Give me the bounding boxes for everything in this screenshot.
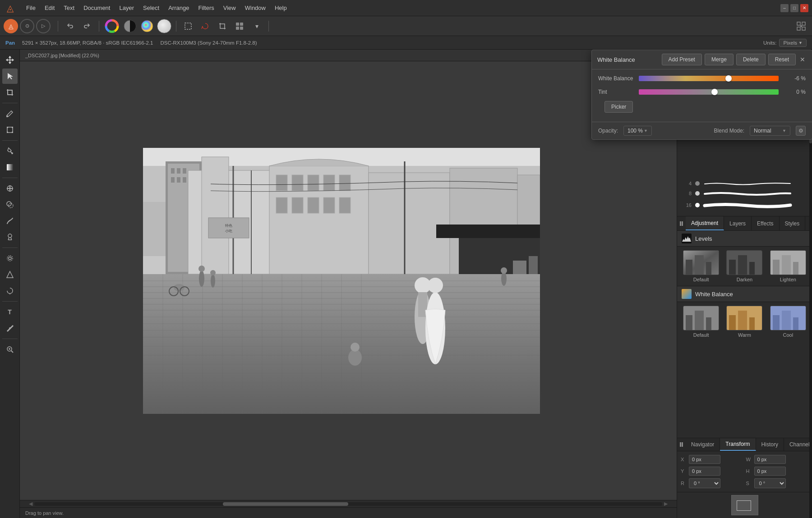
crop-button[interactable] xyxy=(215,19,230,33)
tab-transform[interactable]: Transform xyxy=(720,438,756,451)
transform-h-input[interactable] xyxy=(754,467,786,476)
wb-preset-default[interactable]: Default xyxy=(681,306,721,338)
menu-edit[interactable]: Edit xyxy=(40,3,59,13)
transform-x-field: X xyxy=(681,455,743,464)
wb-picker-button[interactable]: Picker xyxy=(604,101,633,113)
svg-rect-63 xyxy=(208,218,249,238)
select-tool[interactable] xyxy=(2,69,18,84)
svg-rect-40 xyxy=(183,168,186,174)
wb-add-preset-button[interactable]: Add Preset xyxy=(662,54,702,65)
app-mode-icon[interactable]: ◬ xyxy=(4,19,18,33)
wb-popup-title: White Balance xyxy=(597,56,635,63)
wb-tint-thumb[interactable] xyxy=(711,89,718,95)
sphere-button[interactable] xyxy=(157,19,171,33)
snapping-button[interactable] xyxy=(794,19,808,33)
wb-popup-header: White Balance Add Preset Merge Delete Re… xyxy=(592,50,812,69)
clone-tool[interactable] xyxy=(2,197,18,212)
wb-reset-button[interactable]: Reset xyxy=(768,54,796,65)
svg-point-106 xyxy=(211,274,215,288)
menu-text[interactable]: Text xyxy=(59,3,79,13)
transform-w-input[interactable] xyxy=(754,455,786,464)
wb-blend-mode-select[interactable]: Normal ▼ xyxy=(750,126,790,136)
tab-effects[interactable]: Effects xyxy=(752,216,779,230)
menu-filters[interactable]: Filters xyxy=(194,3,218,13)
menu-file[interactable]: File xyxy=(22,3,40,13)
text-tool[interactable]: T xyxy=(2,304,18,320)
view-options-button[interactable]: ▾ xyxy=(249,19,264,33)
wb-gear-button[interactable]: ⚙ xyxy=(796,126,806,136)
preset-item-default[interactable]: Default xyxy=(681,250,721,282)
transform-y-input[interactable] xyxy=(689,467,720,476)
close-button[interactable]: ✕ xyxy=(800,4,808,12)
dodge-tool[interactable] xyxy=(2,229,18,245)
transform-r-select[interactable]: 0 ° xyxy=(689,478,720,488)
wb-temperature-thumb[interactable] xyxy=(725,75,732,82)
transform-s-select[interactable]: 0 ° xyxy=(754,478,786,488)
pan-tool[interactable] xyxy=(2,52,18,68)
wb-preset-cool[interactable]: Cool xyxy=(768,306,808,338)
grid-view-button[interactable] xyxy=(232,19,247,33)
preset-item-darken[interactable]: Darken xyxy=(724,250,765,282)
healing-tool[interactable] xyxy=(2,181,18,196)
wb-preset-warm[interactable]: Warm xyxy=(724,306,765,338)
navigator-thumbnail[interactable] xyxy=(731,495,758,515)
menu-help[interactable]: Help xyxy=(270,3,291,13)
scrollbar-thumb[interactable] xyxy=(223,502,348,506)
smudge-tool[interactable] xyxy=(2,213,18,229)
maximize-button[interactable]: □ xyxy=(790,4,798,12)
contrast-button[interactable] xyxy=(123,19,137,33)
blur-tool[interactable] xyxy=(2,251,18,266)
color-wheel-button[interactable] xyxy=(105,19,119,33)
zoom-tool[interactable] xyxy=(2,342,18,357)
gradient-tool[interactable] xyxy=(2,160,18,175)
scroll-left-button[interactable]: ◀ xyxy=(29,501,32,507)
wb-merge-button[interactable]: Merge xyxy=(705,54,734,65)
menu-layer[interactable]: Layer xyxy=(115,3,138,13)
toolbar-sep-2 xyxy=(99,21,99,32)
menu-view[interactable]: View xyxy=(219,3,240,13)
wb-temperature-slider[interactable] xyxy=(639,74,779,83)
wb-tint-row: Tint 0 % xyxy=(598,87,806,96)
wb-close-button[interactable]: ✕ xyxy=(798,55,807,64)
rect-select-button[interactable] xyxy=(181,19,195,33)
menu-arrange[interactable]: Arrange xyxy=(164,3,194,13)
tab-adjustment[interactable]: Adjustment xyxy=(686,216,724,230)
svg-rect-120 xyxy=(706,262,711,275)
tab-styles[interactable]: Styles xyxy=(780,216,806,230)
scrollbar-track[interactable] xyxy=(34,502,662,506)
preset-item-lighten[interactable]: Lighten xyxy=(768,250,808,282)
transform-tool[interactable] xyxy=(2,122,18,138)
menu-select[interactable]: Select xyxy=(138,3,164,13)
wb-preset-thumb-cool xyxy=(770,306,806,330)
lasso-button[interactable] xyxy=(198,19,212,33)
wb-delete-button[interactable]: Delete xyxy=(736,54,766,65)
color-picker-button[interactable] xyxy=(140,19,154,33)
wb-tint-slider[interactable] xyxy=(639,87,779,96)
menu-document[interactable]: Document xyxy=(79,3,115,13)
tab-history[interactable]: History xyxy=(756,438,784,451)
tab-channels[interactable]: Channels xyxy=(784,438,812,451)
canvas-scrollbar[interactable]: ◀ ▶ xyxy=(20,500,677,507)
wb-opacity-select[interactable]: 100 % ▼ xyxy=(623,126,652,136)
crop-tool[interactable] xyxy=(2,85,18,100)
svg-point-25 xyxy=(8,234,12,238)
mode-circle-1[interactable]: ⊙ xyxy=(20,19,34,33)
liquify-tool[interactable] xyxy=(2,283,18,298)
undo-button[interactable] xyxy=(63,19,77,33)
menu-window[interactable]: Window xyxy=(240,3,270,13)
tab-navigator[interactable]: Navigator xyxy=(686,438,720,451)
pen-tool[interactable] xyxy=(2,321,18,336)
svg-marker-96 xyxy=(436,225,540,238)
fill-tool[interactable] xyxy=(2,143,18,159)
redo-button[interactable] xyxy=(80,19,94,33)
svg-rect-43 xyxy=(183,177,186,183)
units-select[interactable]: Pixels ▼ xyxy=(779,39,807,47)
tab-layers[interactable]: Layers xyxy=(724,216,752,230)
sharpen-tool[interactable] xyxy=(2,267,18,282)
mode-circle-2[interactable]: ▷ xyxy=(36,19,51,33)
transform-x-input[interactable] xyxy=(689,455,720,464)
minimize-button[interactable]: – xyxy=(780,4,789,12)
canvas-content[interactable]: 特色 小吃 xyxy=(20,61,677,500)
paint-brush-tool[interactable] xyxy=(2,106,18,121)
scroll-right-button[interactable]: ▶ xyxy=(664,501,668,507)
